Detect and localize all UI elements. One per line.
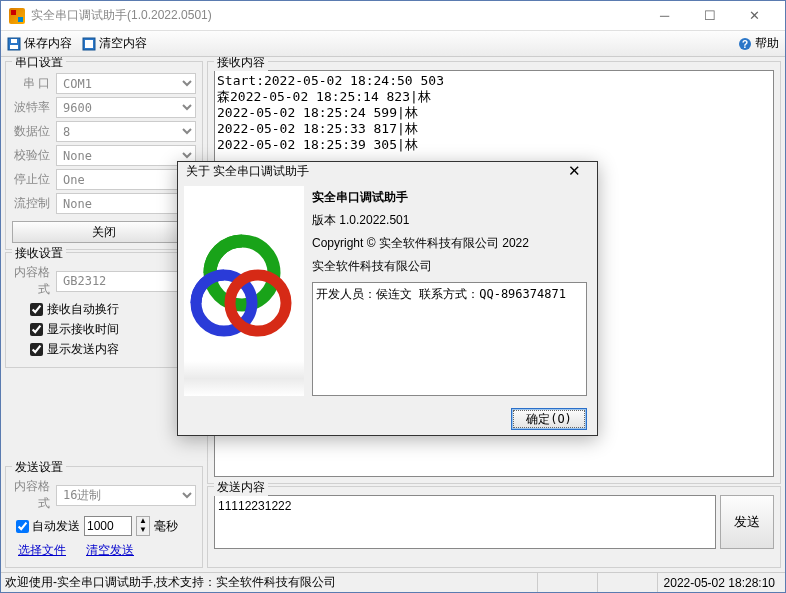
about-dialog: 关于 实全串口调试助手 ✕ 实全串口调试助手 版本 1.0.2022.501 C…: [177, 161, 598, 436]
recv-settings-group: 接收设置 内容格式GB2312 接收自动换行 显示接收时间 显示发送内容: [5, 252, 203, 368]
about-close-button[interactable]: ✕: [559, 162, 589, 180]
port-select[interactable]: COM1: [56, 73, 196, 94]
status-time: 2022-05-02 18:28:10: [657, 573, 781, 592]
data-select[interactable]: 8: [56, 121, 196, 142]
select-file-link[interactable]: 选择文件: [18, 542, 66, 559]
recv-settings-title: 接收设置: [12, 245, 66, 262]
send-button[interactable]: 发送: [720, 495, 774, 549]
about-detail: 开发人员：侯连文 联系方式：QQ-896374871: [312, 282, 587, 396]
stop-label: 停止位: [12, 171, 56, 188]
save-label: 保存内容: [24, 35, 72, 52]
interval-unit: 毫秒: [154, 518, 178, 535]
parity-label: 校验位: [12, 147, 56, 164]
about-titlebar: 关于 实全串口调试助手 ✕: [178, 162, 597, 180]
toolbar: 保存内容 清空内容 ? 帮助: [1, 31, 785, 57]
window-controls: ─ ☐ ✕: [642, 2, 777, 30]
about-app-name: 实全串口调试助手: [312, 189, 587, 206]
send-input[interactable]: [214, 495, 716, 549]
status-text: 欢迎使用-实全串口调试助手,技术支持：实全软件科技有限公司: [5, 574, 537, 591]
send-settings-title: 发送设置: [12, 459, 66, 476]
about-ok-button[interactable]: 确定(O): [511, 408, 587, 430]
status-cell-2: [597, 573, 657, 592]
svg-text:?: ?: [742, 39, 748, 50]
clear-send-link[interactable]: 清空发送: [86, 542, 134, 559]
svg-rect-2: [11, 39, 17, 43]
about-version: 版本 1.0.2022.501: [312, 212, 587, 229]
data-label: 数据位: [12, 123, 56, 140]
clear-icon: [82, 37, 96, 51]
send-content-group: 发送内容 发送: [207, 486, 781, 568]
save-icon: [7, 37, 21, 51]
app-icon: [9, 8, 25, 24]
serial-settings-title: 串口设置: [12, 57, 66, 71]
help-label: 帮助: [755, 35, 779, 52]
main-window: 实全串口调试助手(1.0.2022.0501) ─ ☐ ✕ 保存内容 清空内容 …: [0, 0, 786, 593]
send-format-label: 内容格式: [12, 478, 56, 512]
auto-wrap-checkbox[interactable]: 接收自动换行: [30, 301, 196, 318]
auto-send-checkbox[interactable]: 自动发送: [12, 517, 80, 536]
serial-settings-group: 串口设置 串 口COM1 波特率9600 数据位8 校验位None 停止位One…: [5, 61, 203, 250]
flow-select[interactable]: None: [56, 193, 196, 214]
clear-label: 清空内容: [99, 35, 147, 52]
statusbar: 欢迎使用-实全串口调试助手,技术支持：实全软件科技有限公司 2022-05-02…: [1, 572, 785, 592]
send-content-title: 发送内容: [214, 479, 268, 496]
window-title: 实全串口调试助手(1.0.2022.0501): [31, 7, 212, 24]
status-cell-1: [537, 573, 597, 592]
parity-select[interactable]: None: [56, 145, 196, 166]
interval-spinner[interactable]: ▲▼: [136, 516, 150, 536]
svg-rect-4: [85, 40, 93, 48]
recv-format-label: 内容格式: [12, 264, 56, 298]
send-settings-group: 发送设置 内容格式16进制 自动发送 ▲▼ 毫秒 选择文件 清空发送: [5, 466, 203, 568]
stop-select[interactable]: One: [56, 169, 196, 190]
about-company: 实全软件科技有限公司: [312, 258, 587, 275]
about-title-text: 关于 实全串口调试助手: [186, 163, 309, 180]
titlebar: 实全串口调试助手(1.0.2022.0501) ─ ☐ ✕: [1, 1, 785, 31]
show-time-checkbox[interactable]: 显示接收时间: [30, 321, 196, 338]
clear-content-button[interactable]: 清空内容: [82, 35, 147, 52]
minimize-button[interactable]: ─: [642, 2, 687, 30]
port-label: 串 口: [12, 75, 56, 92]
save-content-button[interactable]: 保存内容: [7, 35, 72, 52]
flow-label: 流控制: [12, 195, 56, 212]
recv-format-select[interactable]: GB2312: [56, 271, 196, 292]
svg-rect-1: [10, 45, 18, 49]
help-icon: ?: [738, 37, 752, 51]
rings-icon: [184, 231, 304, 351]
baud-label: 波特率: [12, 99, 56, 116]
about-logo: [184, 186, 304, 396]
baud-select[interactable]: 9600: [56, 97, 196, 118]
serial-close-button[interactable]: 关闭: [12, 221, 196, 243]
recv-content-title: 接收内容: [214, 57, 268, 71]
maximize-button[interactable]: ☐: [687, 2, 732, 30]
help-button[interactable]: ? 帮助: [738, 35, 779, 52]
close-button[interactable]: ✕: [732, 2, 777, 30]
about-copyright: Copyright © 实全软件科技有限公司 2022: [312, 235, 587, 252]
show-send-checkbox[interactable]: 显示发送内容: [30, 341, 196, 358]
send-format-select[interactable]: 16进制: [56, 485, 196, 506]
interval-input[interactable]: [84, 516, 132, 536]
left-column: 串口设置 串 口COM1 波特率9600 数据位8 校验位None 停止位One…: [5, 61, 203, 568]
